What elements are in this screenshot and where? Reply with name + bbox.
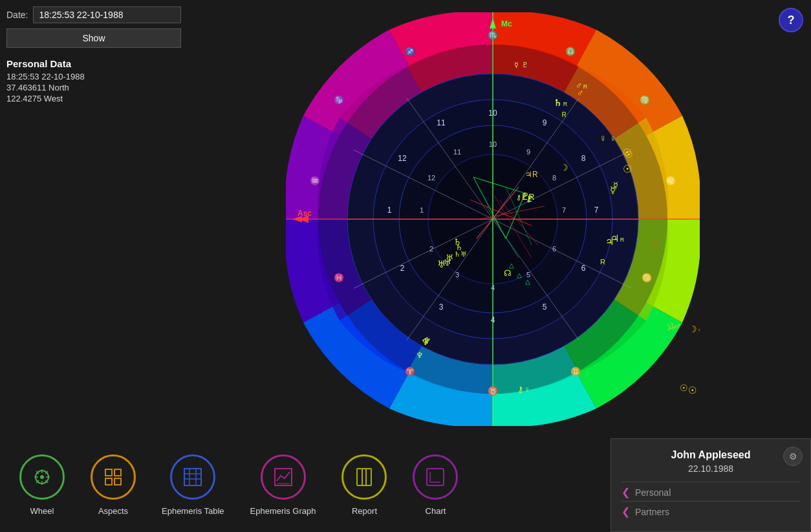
svg-text:♆: ♆ <box>423 335 431 346</box>
personal-data-section: Personal Data 18:25:53 22-10-1988 37.463… <box>6 58 181 103</box>
svg-text:♃: ♃ <box>611 233 619 244</box>
svg-text:4: 4 <box>491 315 495 325</box>
svg-text:Asc: Asc <box>297 209 312 218</box>
profile-option-partners-label: Partners <box>635 507 669 517</box>
svg-text:9: 9 <box>526 148 530 156</box>
nav-item-wheel[interactable]: Wheel <box>19 454 65 516</box>
nav-label-ephemeris-graph: Ephemeris Graph <box>250 506 316 516</box>
svg-text:♅: ♅ <box>444 258 451 268</box>
svg-text:☽♂: ☽♂ <box>664 323 677 332</box>
profile-option-personal[interactable]: ❮ Personal <box>622 482 800 498</box>
nav-item-chart[interactable]: Chart <box>413 454 458 516</box>
svg-text:♈: ♈ <box>405 366 416 377</box>
svg-text:⚷♀: ⚷♀ <box>517 385 530 394</box>
nav-label-ephemeris-table: Ephemeris Table <box>162 506 224 516</box>
svg-rect-134 <box>184 469 201 485</box>
svg-text:6: 6 <box>581 264 586 273</box>
profile-name: John Appleseed <box>622 449 800 461</box>
svg-text:♄: ♄ <box>554 98 562 108</box>
svg-text:12: 12 <box>398 154 407 163</box>
svg-text:☉: ☉ <box>623 164 632 175</box>
nav-label-aspects: Aspects <box>98 506 128 516</box>
gear-button[interactable]: ⚙ <box>783 447 803 466</box>
svg-text:♒: ♒ <box>310 175 321 186</box>
svg-text:1: 1 <box>420 206 424 214</box>
svg-text:R: R <box>600 258 605 266</box>
svg-text:9: 9 <box>543 118 547 127</box>
top-controls: Date: Show Personal Data 18:25:53 22-10-… <box>6 6 181 105</box>
profile-card: ⚙ John Appleseed 22.10.1988 ❮ Personal ❮… <box>611 438 811 532</box>
svg-text:R: R <box>620 237 625 243</box>
personal-data-title: Personal Data <box>6 58 181 69</box>
svg-text:♊: ♊ <box>570 366 581 377</box>
svg-text:♋: ♋ <box>642 272 653 283</box>
date-input[interactable] <box>33 6 181 23</box>
svg-text:♆: ♆ <box>416 350 424 360</box>
svg-text:□: □ <box>653 239 657 248</box>
profile-date: 22.10.1988 <box>622 463 800 474</box>
svg-text:☽: ☽ <box>560 162 568 173</box>
nav-item-report[interactable]: Report <box>341 454 387 516</box>
svg-text:3: 3 <box>455 271 459 279</box>
svg-text:☊: ☊ <box>504 268 512 278</box>
chevron-personal-icon: ❮ <box>622 486 630 498</box>
svg-text:4: 4 <box>491 284 495 292</box>
nav-label-wheel: Wheel <box>30 506 54 516</box>
svg-text:☽♂: ☽♂ <box>689 324 700 334</box>
svg-rect-132 <box>105 478 112 485</box>
svg-text:8: 8 <box>581 154 586 163</box>
show-button[interactable]: Show <box>6 28 181 48</box>
svg-text:3: 3 <box>439 303 444 312</box>
svg-text:5: 5 <box>543 303 547 312</box>
personal-data-lat: 37.463611 North <box>6 83 181 92</box>
svg-text:2: 2 <box>429 245 433 253</box>
svg-text:8: 8 <box>552 174 556 182</box>
date-label: Date: <box>6 10 28 20</box>
svg-text:♃R: ♃R <box>525 170 538 179</box>
svg-rect-130 <box>105 469 112 476</box>
chart-area: 10 9 8 7 6 5 4 3 2 1 12 11 10 9 8 7 6 5 … <box>175 0 811 438</box>
svg-text:☉: ☉ <box>680 383 688 393</box>
svg-text:10: 10 <box>489 140 497 148</box>
nav-icon-report <box>341 454 387 500</box>
svg-text:△: △ <box>525 278 530 285</box>
svg-text:11: 11 <box>453 148 461 156</box>
nav-item-ephemeris-graph[interactable]: Ephemeris Graph <box>250 454 316 516</box>
svg-text:R: R <box>561 111 566 118</box>
svg-text:△: △ <box>517 271 522 279</box>
svg-text:♑: ♑ <box>334 94 345 105</box>
svg-text:☿: ☿ <box>613 180 618 190</box>
svg-text:☉: ☉ <box>623 147 631 158</box>
nav-item-aspects[interactable]: Aspects <box>91 454 136 516</box>
chevron-partners-icon: ❮ <box>622 505 630 518</box>
svg-text:12: 12 <box>427 174 435 182</box>
svg-text:♀: ♀ <box>599 133 606 144</box>
nav-icon-ephemeris-table <box>170 454 215 500</box>
profile-option-partners[interactable]: ❮ Partners <box>622 501 800 518</box>
svg-text:R: R <box>583 83 588 90</box>
bottom-nav: Wheel Aspects Ephemeris Table Ephemeris … <box>0 438 604 532</box>
svg-text:R: R <box>563 101 568 107</box>
nav-label-chart: Chart <box>426 506 446 516</box>
astrology-chart: 10 9 8 7 6 5 4 3 2 1 12 11 10 9 8 7 6 5 … <box>286 12 700 426</box>
svg-text:☿: ☿ <box>514 61 519 69</box>
svg-text:7: 7 <box>594 206 599 215</box>
svg-text:10: 10 <box>488 109 497 118</box>
svg-text:♉: ♉ <box>488 385 499 396</box>
date-row: Date: <box>6 6 181 23</box>
svg-text:7: 7 <box>562 206 566 214</box>
svg-rect-143 <box>427 469 444 485</box>
svg-text:Mc: Mc <box>501 19 512 28</box>
nav-item-ephemeris-table[interactable]: Ephemeris Table <box>162 454 224 516</box>
svg-rect-131 <box>114 469 121 476</box>
svg-text:♏: ♏ <box>488 30 499 41</box>
personal-data-lon: 122.4275 West <box>6 94 181 103</box>
personal-data-datetime: 18:25:53 22-10-1988 <box>6 72 181 81</box>
svg-text:♂: ♂ <box>576 80 583 90</box>
svg-text:△: △ <box>509 262 514 269</box>
nav-label-report: Report <box>352 506 377 516</box>
svg-text:♄: ♄ <box>455 242 463 252</box>
svg-point-121 <box>40 475 44 479</box>
svg-text:☉: ☉ <box>688 385 697 396</box>
svg-text:♇R: ♇R <box>521 192 534 202</box>
